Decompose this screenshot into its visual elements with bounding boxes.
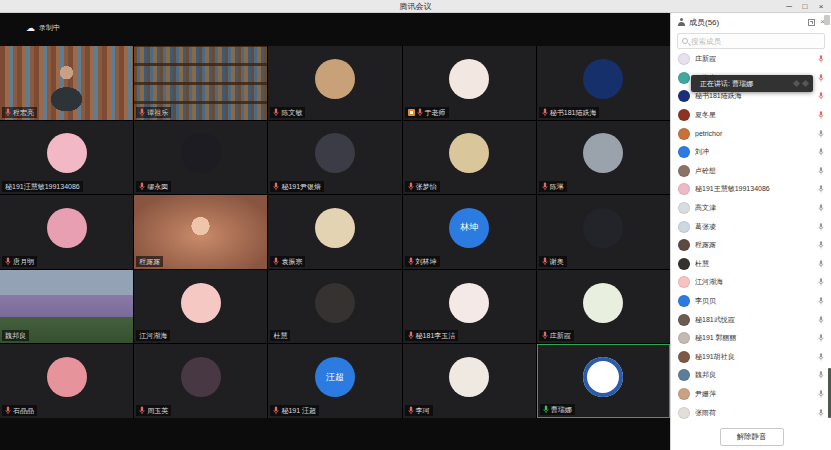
participant-name-label: 石晶晶: [2, 405, 37, 416]
participant-name-label: 张梦怡: [405, 181, 440, 192]
video-tile[interactable]: 江河湖海: [134, 270, 267, 344]
video-tile[interactable]: 汪超秘191 汪超: [268, 344, 401, 418]
participant-avatar: [449, 357, 489, 397]
member-row[interactable]: 尹姗萍: [671, 385, 831, 404]
video-tile[interactable]: 缪永囡: [134, 121, 267, 195]
participant-name: 魏邦良: [5, 331, 26, 340]
participant-avatar: 林坤: [449, 208, 489, 248]
participant-name-label: 秘191尹银焙: [270, 181, 324, 192]
participant-name-label: 唐月明: [2, 256, 37, 267]
participant-name-label: 缪永囡: [136, 181, 171, 192]
member-row[interactable]: 江河湖海: [671, 273, 831, 292]
participant-name: 张梦怡: [416, 182, 437, 191]
member-row[interactable]: 庄新霞: [671, 50, 831, 69]
video-tile[interactable]: 于老师: [403, 46, 536, 120]
member-row[interactable]: 秘191胡社良: [671, 348, 831, 367]
video-tile[interactable]: 谭祖乐: [134, 46, 267, 120]
member-row[interactable]: 魏邦良: [671, 366, 831, 385]
video-tile[interactable]: 魏邦良: [0, 270, 133, 344]
cloud-recording-icon: ☁: [26, 23, 35, 33]
participant-avatar: [583, 283, 623, 323]
mic-icon: [818, 167, 824, 175]
member-row[interactable]: 高文津: [671, 199, 831, 218]
participant-name-label: 程露露: [136, 256, 163, 267]
mic-icon: [818, 353, 824, 361]
mic-icon: [818, 204, 824, 212]
video-tile[interactable]: 张梦怡: [403, 121, 536, 195]
video-tile[interactable]: 袁振宗: [268, 195, 401, 269]
participant-name-label: 刘林坤: [405, 256, 440, 267]
video-tile[interactable]: 秘191汪慧敏199134086: [0, 121, 133, 195]
member-row[interactable]: 程露露: [671, 236, 831, 255]
video-tile[interactable]: 秘书181陆跃海: [537, 46, 670, 120]
video-tile[interactable]: 唐月明: [0, 195, 133, 269]
participant-name: 秘191 汪超: [281, 406, 316, 415]
video-tile[interactable]: 秘181李玉洁: [403, 270, 536, 344]
member-avatar: [678, 165, 690, 177]
participant-name-label: 袁振宗: [270, 256, 305, 267]
participant-avatar: [315, 208, 355, 248]
video-tile[interactable]: 石晶晶: [0, 344, 133, 418]
video-tile[interactable]: 周玉英: [134, 344, 267, 418]
tooltip-decoration: [802, 80, 809, 87]
video-tile[interactable]: 曹瑞娜: [537, 344, 670, 418]
member-row[interactable]: 秘191王慧敏199134086: [671, 180, 831, 199]
video-tile[interactable]: 杜慧: [268, 270, 401, 344]
member-row[interactable]: 秘191 郭丽丽: [671, 329, 831, 348]
member-row[interactable]: 葛张凌: [671, 217, 831, 236]
participant-name-label: 谭祖乐: [136, 107, 171, 118]
participant-avatar: [583, 208, 623, 248]
video-tile[interactable]: 李珂: [403, 344, 536, 418]
unmute-button[interactable]: 解除静音: [720, 428, 784, 446]
participant-avatar: [315, 59, 355, 99]
member-row[interactable]: 卢砼想: [671, 162, 831, 181]
video-tile[interactable]: 谢奥: [537, 195, 670, 269]
member-avatar: [678, 314, 690, 326]
participant-avatar: [449, 133, 489, 173]
participant-avatar: [47, 208, 87, 248]
recording-indicator: ☁ 录制中: [26, 23, 60, 33]
participant-avatar: 汪超: [315, 357, 355, 397]
mic-muted-icon: [273, 406, 279, 415]
member-row[interactable]: 夏冬星: [671, 106, 831, 125]
popout-panel-icon[interactable]: [808, 19, 815, 26]
member-avatar: [678, 90, 690, 102]
member-avatar: [678, 332, 690, 344]
participant-avatar: [181, 283, 221, 323]
video-tile[interactable]: 秘191尹银焙: [268, 121, 401, 195]
video-tile[interactable]: 陈琳: [537, 121, 670, 195]
participant-name: 秘书181陆跃海: [550, 108, 597, 117]
panel-dock-icon[interactable]: [824, 15, 830, 25]
participant-name-label: 陈文敏: [270, 107, 305, 118]
member-row[interactable]: petrichor: [671, 124, 831, 143]
video-tile[interactable]: 程宏亮: [0, 46, 133, 120]
speaking-tooltip: 正在讲话: 曹瑞娜: [691, 75, 813, 92]
member-avatar: [678, 72, 690, 84]
mic-muted-icon: [818, 74, 824, 82]
video-tile[interactable]: 程露露: [134, 195, 267, 269]
member-row[interactable]: 张雨荷: [671, 403, 831, 422]
member-row[interactable]: 杜慧: [671, 255, 831, 274]
search-input[interactable]: [691, 37, 820, 46]
member-row[interactable]: 刘冲: [671, 143, 831, 162]
video-tile[interactable]: 庄新霞: [537, 270, 670, 344]
minimize-button[interactable]: ─: [781, 0, 797, 13]
member-avatar: [678, 351, 690, 363]
member-name: 葛张凌: [695, 222, 813, 232]
member-name: 高文津: [695, 203, 813, 213]
window-title: 腾讯会议: [400, 1, 432, 12]
member-name: 秘书181陆跃海: [695, 91, 813, 101]
member-avatar: [678, 388, 690, 400]
video-tile[interactable]: 林坤刘林坤: [403, 195, 536, 269]
member-search[interactable]: [677, 33, 825, 49]
maximize-button[interactable]: □: [797, 0, 813, 13]
close-button[interactable]: ×: [813, 0, 829, 13]
member-row[interactable]: 李贝贝: [671, 292, 831, 311]
participant-avatar: [315, 133, 355, 173]
video-tile[interactable]: 陈文敏: [268, 46, 401, 120]
member-row[interactable]: 秘181武悦霞: [671, 310, 831, 329]
mic-icon: [818, 148, 824, 156]
mic-icon: [818, 260, 824, 268]
participant-name-label: 李珂: [405, 405, 433, 416]
mic-muted-icon: [5, 257, 11, 266]
